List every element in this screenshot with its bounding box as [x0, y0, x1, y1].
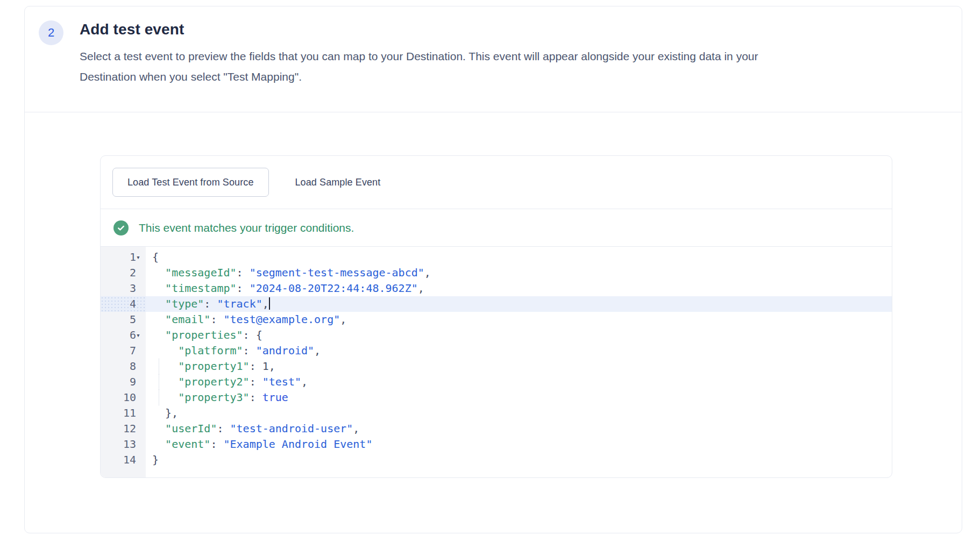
code-line[interactable]: 13 "event": "Example Android Event"	[101, 437, 892, 452]
code-text: },	[146, 405, 892, 421]
check-circle-icon	[113, 220, 129, 235]
indent-guide	[159, 374, 159, 390]
code-text: "property2": "test",	[146, 374, 892, 390]
line-number: 3	[101, 281, 146, 296]
code-line[interactable]: 8 "property1": 1,	[101, 359, 892, 374]
code-text: "event": "Example Android Event"	[146, 437, 892, 452]
line-number: 13	[101, 437, 146, 452]
line-number: 12	[101, 421, 146, 437]
line-number: 5	[101, 312, 146, 327]
code-text: "type": "track",	[146, 296, 892, 312]
trigger-status-row: This event matches your trigger conditio…	[101, 209, 892, 247]
code-line[interactable]: 7 "platform": "android",	[101, 343, 892, 359]
code-editor[interactable]: 1▾{2 "messageId": "segment-test-message-…	[101, 247, 892, 477]
code-text: "property3": true	[146, 390, 892, 405]
line-number: 11	[101, 405, 146, 421]
code-line[interactable]: 5 "email": "test@example.org",	[101, 312, 892, 327]
fold-arrow-icon[interactable]: ▾	[136, 249, 145, 265]
step-number: 2	[48, 26, 54, 40]
indent-guide	[159, 390, 159, 405]
page-description-line: Destination when you select "Test Mappin…	[80, 67, 951, 87]
code-text: "property1": 1,	[146, 359, 892, 374]
line-number: 10	[101, 390, 146, 405]
line-number: 2	[101, 265, 146, 281]
code-text: "timestamp": "2024-08-20T22:44:48.962Z",	[146, 281, 892, 296]
add-test-event-card: 2 Add test event Select a test event to …	[24, 6, 962, 533]
code-line[interactable]: 6▾ "properties": {	[101, 327, 892, 343]
fold-arrow-icon[interactable]: ▾	[136, 327, 145, 343]
line-number: 9	[101, 374, 146, 390]
event-source-toolbar: Load Test Event from Source Load Sample …	[101, 156, 892, 209]
page-title: Add test event	[80, 21, 184, 38]
code-line[interactable]: 1▾{	[101, 249, 892, 265]
code-line[interactable]: 14}	[101, 452, 892, 468]
code-text: "platform": "android",	[146, 343, 892, 359]
step-number-badge: 2	[39, 20, 63, 45]
code-text: }	[146, 452, 892, 468]
trigger-status-message: This event matches your trigger conditio…	[139, 222, 354, 234]
code-line[interactable]: 2 "messageId": "segment-test-message-abc…	[101, 265, 892, 281]
load-sample-event-button[interactable]: Load Sample Event	[281, 168, 395, 197]
line-number: 1▾	[101, 249, 146, 265]
check-icon	[117, 224, 125, 232]
header-divider	[25, 112, 962, 112]
test-event-panel: Load Test Event from Source Load Sample …	[100, 155, 892, 478]
code-line[interactable]: 12 "userId": "test-android-user",	[101, 421, 892, 437]
code-line[interactable]: 10 "property3": true	[101, 390, 892, 405]
line-number: 14	[101, 452, 146, 468]
line-number: 4	[101, 296, 146, 312]
line-number: 8	[101, 359, 146, 374]
code-text: "email": "test@example.org",	[146, 312, 892, 327]
code-text: {	[146, 249, 892, 265]
code-line[interactable]: 4 "type": "track",	[101, 296, 892, 312]
text-cursor	[269, 297, 270, 310]
page-description: Select a test event to preview the field…	[80, 46, 951, 87]
code-line[interactable]: 3 "timestamp": "2024-08-20T22:44:48.962Z…	[101, 281, 892, 296]
code-text: "properties": {	[146, 327, 892, 343]
line-number: 6▾	[101, 327, 146, 343]
line-number: 7	[101, 343, 146, 359]
load-test-event-button[interactable]: Load Test Event from Source	[112, 168, 269, 197]
page-description-line: Select a test event to preview the field…	[80, 46, 951, 67]
code-line[interactable]: 11 },	[101, 405, 892, 421]
code-text: "messageId": "segment-test-message-abcd"…	[146, 265, 892, 281]
code-line[interactable]: 9 "property2": "test",	[101, 374, 892, 390]
code-text: "userId": "test-android-user",	[146, 421, 892, 437]
indent-guide	[159, 359, 159, 374]
